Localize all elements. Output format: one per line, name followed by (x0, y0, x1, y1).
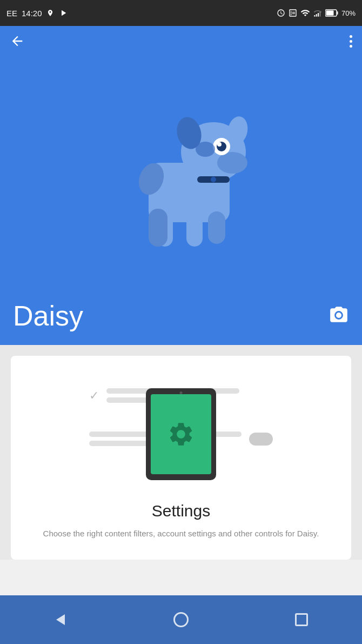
nav-home-button[interactable] (165, 603, 197, 636)
location-icon (46, 9, 54, 17)
dot-3 (350, 45, 352, 48)
nav-home-icon (173, 612, 189, 627)
toggle-placeholder (249, 433, 273, 446)
svg-rect-6 (326, 11, 333, 16)
carrier-label: EE (6, 9, 17, 18)
status-bar: EE 14:20 (0, 0, 362, 26)
svg-rect-5 (337, 11, 338, 15)
content-area: ✓ (0, 345, 362, 560)
nav-recent-button[interactable] (285, 603, 318, 636)
wifi-icon (300, 8, 310, 18)
svg-point-16 (211, 177, 216, 182)
tablet-camera-dot (180, 391, 183, 394)
camera-icon (329, 305, 349, 326)
dot-1 (350, 35, 352, 38)
play-icon (58, 8, 68, 18)
svg-rect-1 (316, 14, 317, 17)
settings-title: Settings (152, 502, 210, 520)
svg-point-11 (217, 152, 247, 174)
dot-2 (350, 40, 352, 43)
svg-rect-0 (314, 15, 315, 17)
settings-illustration: ✓ (89, 377, 273, 486)
alarm-icon (277, 9, 285, 17)
tablet-device-illustration (146, 388, 216, 480)
svg-point-22 (196, 142, 215, 157)
status-left: EE 14:20 (6, 8, 68, 18)
svg-rect-19 (149, 209, 167, 247)
check-icon: ✓ (89, 389, 99, 403)
hero-bottom: Daisy (0, 291, 362, 345)
svg-rect-18 (186, 211, 203, 247)
tablet (146, 388, 216, 480)
back-arrow-icon (10, 34, 25, 49)
more-options-button[interactable] (350, 35, 352, 48)
svg-rect-2 (318, 13, 319, 17)
hero-toolbar (0, 26, 362, 56)
nav-recent-icon (295, 613, 308, 626)
battery-label: 70% (341, 9, 356, 17)
settings-card: ✓ (11, 356, 351, 560)
svg-point-14 (217, 142, 222, 147)
status-right: 70% (277, 8, 356, 18)
signal-icon (313, 9, 322, 17)
back-button[interactable] (10, 34, 25, 49)
camera-button[interactable] (329, 305, 349, 327)
pet-name: Daisy (13, 300, 83, 332)
svg-rect-3 (319, 12, 320, 17)
hero-section: Daisy (0, 26, 362, 345)
gear-icon (167, 420, 195, 448)
tablet-screen (151, 394, 211, 474)
battery-icon (325, 9, 338, 17)
bottom-navigation (0, 595, 362, 644)
svg-rect-21 (208, 211, 225, 244)
dog-svg (105, 92, 257, 255)
time-label: 14:20 (22, 9, 42, 18)
nfc-icon (289, 9, 297, 17)
nav-back-button[interactable] (44, 603, 77, 636)
nav-back-icon (56, 614, 65, 625)
dog-illustration (0, 56, 362, 291)
settings-description: Choose the right content filters, accoun… (43, 528, 319, 540)
